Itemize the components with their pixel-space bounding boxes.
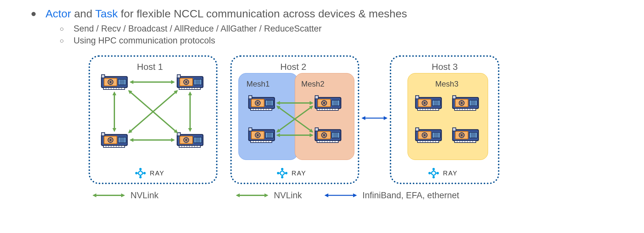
- ray-logo-icon: [427, 166, 440, 180]
- diagram: Host 1 Host 2 Host 3 Mesh1 Mesh2 Mesh3: [89, 55, 591, 213]
- gpu-icon: [101, 75, 127, 89]
- slide-content: ● Actor and Task for flexible NCCL commu…: [0, 6, 644, 213]
- gpu-icon: [453, 96, 478, 110]
- gpu-icon: [416, 96, 441, 110]
- gpu-icon: [101, 133, 127, 147]
- svg-point-30: [139, 168, 141, 170]
- svg-point-36: [280, 171, 284, 175]
- sub-bullet-icon: ○: [60, 25, 64, 33]
- svg-point-39: [281, 168, 283, 170]
- gpu-icon: [416, 128, 441, 143]
- svg-point-31: [139, 176, 141, 178]
- svg-point-47: [437, 172, 439, 174]
- gpu-icon: [453, 128, 478, 143]
- main-bullet-text: Actor and Task for flexible NCCL communi…: [45, 6, 407, 21]
- diagram-svg: [89, 55, 591, 213]
- gpu-icon: [315, 96, 341, 110]
- ray-label: RAY: [443, 170, 458, 177]
- ray-logo: RAY: [427, 166, 458, 180]
- svg-point-38: [285, 172, 287, 174]
- task-link: Task: [95, 7, 118, 20]
- rest-text: for flexible NCCL communication across d…: [118, 7, 407, 20]
- legend-ib-text: InfiniBand, EFA, ethernet: [362, 191, 459, 200]
- sub-bullet-icon: ○: [60, 37, 64, 45]
- main-bullet-row: ● Actor and Task for flexible NCCL commu…: [31, 6, 644, 21]
- sub-list: ○ Send / Recv / Broadcast / AllReduce / …: [31, 24, 644, 46]
- legend-nvlink-1: NVLink: [130, 191, 159, 200]
- ray-label: RAY: [150, 170, 165, 177]
- legend-nvlink-2: NVLink: [274, 191, 302, 200]
- nvlink-arrows-host1: [114, 82, 190, 140]
- svg-point-46: [428, 172, 431, 174]
- ray-logo: RAY: [134, 166, 165, 180]
- svg-point-45: [432, 171, 436, 175]
- ray-label: RAY: [292, 170, 306, 177]
- sub-text-1: Send / Recv / Broadcast / AllReduce / Al…: [73, 24, 322, 34]
- ray-logo-icon: [275, 166, 289, 180]
- ray-logo: RAY: [275, 166, 306, 180]
- gpu-icon: [177, 75, 203, 89]
- svg-point-28: [135, 172, 138, 174]
- svg-point-27: [139, 171, 143, 175]
- svg-point-49: [432, 176, 435, 178]
- actor-link: Actor: [45, 7, 71, 20]
- nvlink-arrows-host2: [277, 103, 312, 135]
- sub-item-1: ○ Send / Recv / Broadcast / AllReduce / …: [60, 24, 644, 34]
- sub-item-2: ○ Using HPC communication protocols: [60, 36, 644, 46]
- svg-point-48: [432, 168, 435, 170]
- bullet-icon: ●: [31, 6, 36, 21]
- gpu-icon: [177, 133, 203, 147]
- svg-point-29: [143, 172, 146, 174]
- svg-point-37: [277, 172, 279, 174]
- gpu-icon: [249, 128, 274, 143]
- svg-point-40: [281, 176, 283, 178]
- sub-text-2: Using HPC communication protocols: [73, 36, 215, 46]
- legend-ib: InfiniBand, EFA, ethernet: [362, 191, 459, 200]
- ray-logo-icon: [134, 166, 147, 180]
- and-text: and: [71, 7, 95, 20]
- gpu-icon: [315, 128, 341, 143]
- legend-nvlink-text: NVLink: [130, 191, 159, 200]
- gpu-icon: [249, 96, 274, 110]
- legend-nvlink-text: NVLink: [274, 191, 302, 200]
